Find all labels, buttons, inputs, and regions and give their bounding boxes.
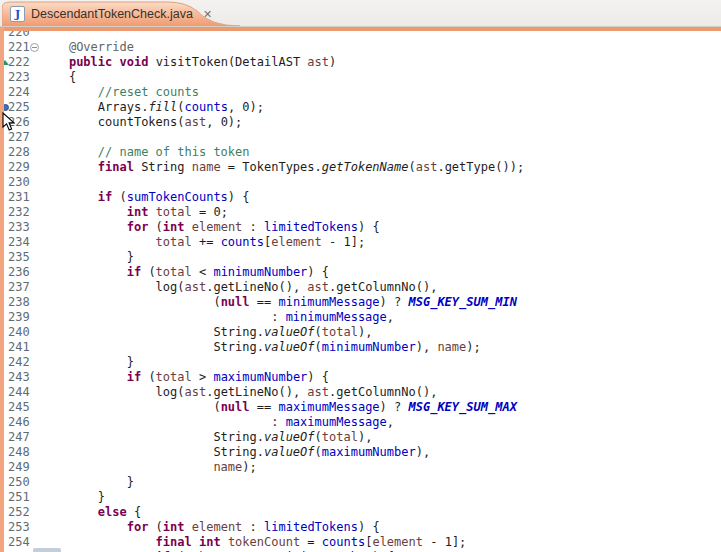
- code-line[interactable]: 241 String.valueOf(minimumNumber), name)…: [0, 340, 721, 355]
- line-number[interactable]: 223: [0, 70, 30, 85]
- fold-column[interactable]: [30, 250, 40, 265]
- code-line[interactable]: 223 {: [0, 70, 721, 85]
- code-line[interactable]: 232 int total = 0;: [0, 205, 721, 220]
- tab-descendanttokencheck[interactable]: J DescendantTokenCheck.java ✕: [2, 1, 240, 26]
- fold-column[interactable]: [30, 490, 40, 505]
- line-number[interactable]: 227: [0, 130, 30, 145]
- fold-column[interactable]: [30, 31, 40, 40]
- fold-column[interactable]: [30, 55, 40, 70]
- fold-column[interactable]: [30, 175, 40, 190]
- code-line[interactable]: 251 }: [0, 490, 721, 505]
- line-number[interactable]: 239: [0, 310, 30, 325]
- fold-column[interactable]: [30, 460, 40, 475]
- code-line[interactable]: 247 String.valueOf(total),: [0, 430, 721, 445]
- line-number[interactable]: 242: [0, 355, 30, 370]
- fold-column[interactable]: [30, 430, 40, 445]
- line-number[interactable]: 243: [0, 370, 30, 385]
- code-line[interactable]: 246 : maximumMessage,: [0, 415, 721, 430]
- fold-column[interactable]: [30, 445, 40, 460]
- fold-column[interactable]: [30, 85, 40, 100]
- fold-column[interactable]: [30, 310, 40, 325]
- fold-column[interactable]: [30, 400, 40, 415]
- code-line[interactable]: 254 final int tokenCount = counts[elemen…: [0, 535, 721, 550]
- line-number[interactable]: 221: [0, 40, 30, 55]
- line-number[interactable]: 251: [0, 490, 30, 505]
- code-line[interactable]: 249 name);: [0, 460, 721, 475]
- fold-column[interactable]: [30, 370, 40, 385]
- code-line[interactable]: 229 final String name = TokenTypes.getTo…: [0, 160, 721, 175]
- code-line[interactable]: 248 String.valueOf(maximumNumber),: [0, 445, 721, 460]
- fold-column[interactable]: [30, 235, 40, 250]
- code-line[interactable]: 240 String.valueOf(total),: [0, 325, 721, 340]
- code-line[interactable]: 237 log(ast.getLineNo(), ast.getColumnNo…: [0, 280, 721, 295]
- code-line[interactable]: 233 for (int element : limitedTokens) {: [0, 220, 721, 235]
- code-line[interactable]: 234 total += counts[element - 1];: [0, 235, 721, 250]
- line-number[interactable]: 245: [0, 400, 30, 415]
- line-number[interactable]: 241: [0, 340, 30, 355]
- code-line[interactable]: 220: [0, 31, 721, 40]
- fold-column[interactable]: [30, 280, 40, 295]
- fold-column[interactable]: [30, 355, 40, 370]
- fold-column[interactable]: [30, 115, 40, 130]
- line-number[interactable]: 247: [0, 430, 30, 445]
- code-line[interactable]: 227: [0, 130, 721, 145]
- line-number[interactable]: 253: [0, 520, 30, 535]
- code-line[interactable]: 252 else {: [0, 505, 721, 520]
- line-number[interactable]: 244: [0, 385, 30, 400]
- code-line[interactable]: 236 if (total < minimumNumber) {: [0, 265, 721, 280]
- fold-column[interactable]: [30, 100, 40, 115]
- line-number[interactable]: 232: [0, 205, 30, 220]
- line-number[interactable]: 250: [0, 475, 30, 490]
- code-line[interactable]: 224 //reset counts: [0, 85, 721, 100]
- fold-collapse-icon[interactable]: [30, 43, 39, 52]
- line-number[interactable]: 224: [0, 85, 30, 100]
- line-number[interactable]: 249: [0, 460, 30, 475]
- code-line[interactable]: 228 // name of this token: [0, 145, 721, 160]
- fold-column[interactable]: [30, 265, 40, 280]
- line-number[interactable]: 240: [0, 325, 30, 340]
- fold-column[interactable]: [30, 70, 40, 85]
- line-number[interactable]: 233: [0, 220, 30, 235]
- fold-column[interactable]: [30, 205, 40, 220]
- line-number[interactable]: 254: [0, 535, 30, 550]
- code-line[interactable]: 222 public void visitToken(DetailAST ast…: [0, 55, 721, 70]
- fold-column[interactable]: [30, 40, 40, 55]
- line-number[interactable]: 238: [0, 295, 30, 310]
- code-line[interactable]: 242 }: [0, 355, 721, 370]
- code-line[interactable]: 230: [0, 175, 721, 190]
- fold-column[interactable]: [30, 385, 40, 400]
- code-line[interactable]: 226 countTokens(ast, 0);: [0, 115, 721, 130]
- tab-close-icon[interactable]: ✕: [203, 9, 212, 20]
- line-number[interactable]: 228: [0, 145, 30, 160]
- line-number[interactable]: 246: [0, 415, 30, 430]
- code-line[interactable]: 231 if (sumTokenCounts) {: [0, 190, 721, 205]
- fold-column[interactable]: [30, 325, 40, 340]
- line-number[interactable]: 220: [0, 31, 30, 40]
- fold-column[interactable]: [30, 160, 40, 175]
- code-line[interactable]: 243 if (total > maximumNumber) {: [0, 370, 721, 385]
- code-line[interactable]: 221 @Override: [0, 40, 721, 55]
- horizontal-scrollbar-thumb[interactable]: [33, 548, 61, 552]
- line-number[interactable]: 230: [0, 175, 30, 190]
- fold-column[interactable]: [30, 220, 40, 235]
- line-number[interactable]: 235: [0, 250, 30, 265]
- fold-column[interactable]: [30, 520, 40, 535]
- fold-column[interactable]: [30, 130, 40, 145]
- code-line[interactable]: 235 }: [0, 250, 721, 265]
- fold-column[interactable]: [30, 475, 40, 490]
- code-line[interactable]: 225 Arrays.fill(counts, 0);: [0, 100, 721, 115]
- line-number[interactable]: 234: [0, 235, 30, 250]
- line-number[interactable]: 229: [0, 160, 30, 175]
- code-editor[interactable]: 220221 @Override222 public void visitTok…: [0, 31, 721, 552]
- line-number[interactable]: 248: [0, 445, 30, 460]
- line-number[interactable]: 237: [0, 280, 30, 295]
- fold-column[interactable]: [30, 415, 40, 430]
- code-line[interactable]: 239 : minimumMessage,: [0, 310, 721, 325]
- fold-column[interactable]: [30, 190, 40, 205]
- code-line[interactable]: 245 (null == maximumMessage) ? MSG_KEY_S…: [0, 400, 721, 415]
- line-number[interactable]: 252: [0, 505, 30, 520]
- fold-column[interactable]: [30, 340, 40, 355]
- code-line[interactable]: 244 log(ast.getLineNo(), ast.getColumnNo…: [0, 385, 721, 400]
- code-line[interactable]: 238 (null == minimumMessage) ? MSG_KEY_S…: [0, 295, 721, 310]
- code-line[interactable]: 253 for (int element : limitedTokens) {: [0, 520, 721, 535]
